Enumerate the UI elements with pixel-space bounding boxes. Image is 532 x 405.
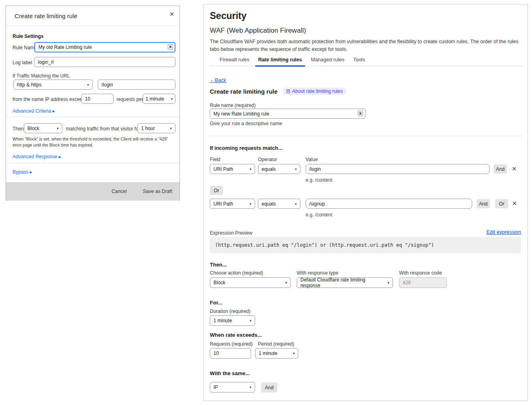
response-type-select[interactable]: Default Cloudflare rate limiting respons… (297, 277, 393, 288)
same-section-heading: With the same... (210, 370, 250, 376)
dialog-footer: Cancel Save as Draft (6, 182, 179, 201)
arrow-left-icon: ← (210, 78, 215, 83)
document-icon (287, 89, 290, 93)
value-input[interactable] (306, 164, 490, 174)
then-section-heading: Then... (210, 262, 227, 268)
rule-name-label: Rule name (required) (210, 103, 255, 108)
requests-label: Requests (required) (210, 341, 253, 347)
tab-rate-limiting-rules[interactable]: Rate limiting rules (258, 56, 302, 66)
value-input[interactable] (306, 199, 472, 209)
security-waf-panel: Security WAF (Web Application Firewall) … (203, 4, 528, 401)
back-link[interactable]: ←Back (210, 78, 226, 83)
and-button[interactable]: And (494, 164, 507, 174)
chevron-down-icon: ▾ (295, 167, 297, 171)
caret-right-icon: ▶ (53, 109, 55, 113)
header-divider (6, 25, 179, 26)
autofill-icon (358, 111, 363, 116)
chevron-down-icon: ▾ (87, 83, 89, 87)
operator-column-label: Operator (258, 157, 277, 162)
page-description: The Cloudflare WAF provides both automat… (210, 38, 522, 53)
response-code-label: With response code (399, 270, 442, 276)
requests-input[interactable] (210, 348, 251, 359)
remove-condition-icon[interactable]: ✕ (512, 201, 517, 206)
value-helper: e.g. /content (306, 177, 332, 183)
form-divider (210, 136, 522, 136)
rule-settings-heading: Rule Settings (13, 34, 44, 39)
and-button[interactable]: And (477, 199, 490, 208)
edit-expression-link[interactable]: Edit expression (487, 229, 521, 235)
autofill-icon (168, 44, 173, 50)
field-select[interactable]: URI Path ▾ (210, 199, 255, 209)
scheme-select[interactable]: http & https ▾ (13, 80, 93, 90)
then-label: Then (13, 126, 23, 132)
caret-right-icon: ▶ (30, 170, 32, 174)
value-column-label: Value (306, 157, 318, 162)
rule-name-helper: Give your rule a descriptive name (210, 121, 282, 126)
operator-select[interactable]: equals ▾ (258, 164, 300, 174)
about-rate-limiting-rules-badge[interactable]: About rate limiting rules (283, 88, 347, 95)
create-rate-limiting-rule-dialog: Create rate limiting rule ✕ Rule Setting… (6, 6, 180, 201)
value-helper: e.g. /content (306, 212, 332, 218)
characteristic-select[interactable]: IP ▾ (210, 382, 255, 392)
dialog-title: Create rate limiting rule (15, 13, 77, 19)
period-select[interactable]: 1 minute ▾ (255, 348, 298, 359)
chevron-down-icon: ▾ (293, 351, 295, 355)
or-button[interactable]: Or (495, 199, 508, 208)
choose-action-label: Choose action (required) (210, 270, 263, 276)
rule-name-input[interactable] (210, 109, 365, 119)
field-select[interactable]: URI Path ▾ (210, 164, 255, 174)
block-note-text: When “Block” is set, when the threshold … (13, 136, 171, 148)
duration-label: Duration (required) (210, 308, 251, 314)
duration-select[interactable]: 1 minute ▾ (210, 315, 255, 326)
match-section-heading: If incoming requests match... (210, 145, 283, 151)
log-label-label: Log label (13, 60, 32, 65)
page-subtitle: WAF (Web Application Firewall) (210, 27, 306, 35)
action-select[interactable]: Block ▾ (24, 123, 62, 133)
response-type-label: With response type (297, 270, 338, 276)
for-section-heading: For... (210, 300, 222, 306)
action-select[interactable]: Block ▾ (210, 277, 291, 288)
threshold-prefix-text: from the same IP address exceeds (13, 97, 87, 102)
form-heading: Create rate limiting rule (210, 88, 278, 95)
then-middle-text: matching traffic from that visitor for (66, 126, 140, 132)
field-column-label: Field (210, 157, 220, 162)
rule-name-input[interactable] (34, 42, 175, 52)
chevron-down-icon: ▾ (295, 202, 297, 206)
rate-section-heading: When rate exceeds... (210, 332, 262, 338)
expression-preview-box: (http.request.uri.path eq "/login") or (… (210, 237, 521, 253)
threshold-requests-input[interactable] (81, 94, 114, 104)
tab-managed-rules[interactable]: Managed rules (311, 56, 344, 66)
or-connector-button[interactable]: Or (210, 186, 223, 195)
expression-preview-label: Expression Preview (210, 230, 252, 236)
save-as-draft-button[interactable]: Save as Draft (143, 189, 172, 194)
remove-condition-icon[interactable]: ✕ (512, 166, 517, 172)
section-divider (6, 117, 179, 117)
chevron-down-icon: ▾ (249, 202, 251, 206)
chevron-down-icon: ▾ (249, 319, 251, 323)
threshold-period-select[interactable]: 1 minute ▾ (143, 94, 175, 104)
url-pattern-input[interactable] (98, 80, 175, 90)
traffic-matching-label: If Traffic Matching the URL (13, 73, 70, 79)
operator-select[interactable]: equals ▾ (258, 199, 300, 209)
page-title: Security (210, 10, 247, 21)
chevron-down-icon: ▾ (249, 385, 251, 389)
response-code-input (399, 277, 447, 288)
advanced-response-link[interactable]: Advanced Response ▶ (13, 154, 61, 159)
cancel-button[interactable]: Cancel (112, 189, 127, 194)
requests-per-text: requests per (116, 97, 144, 102)
bypass-link[interactable]: Bypass ▶ (13, 169, 32, 175)
rule-name-label: Rule Name (13, 45, 37, 50)
chevron-down-icon: ▾ (387, 281, 389, 285)
tab-tools[interactable]: Tools (353, 56, 365, 66)
close-icon[interactable]: ✕ (169, 11, 174, 17)
ban-duration-select[interactable]: 1 hour ▾ (137, 123, 175, 133)
chevron-down-icon: ▾ (57, 126, 59, 130)
screen: Create rate limiting rule ✕ Rule Setting… (0, 0, 532, 405)
expression-code: (http.request.uri.path eq "/login") or (… (215, 242, 434, 248)
advanced-criteria-link[interactable]: Advanced Criteria ▶ (13, 108, 55, 114)
and-characteristic-button[interactable]: And (261, 382, 277, 392)
log-label-input[interactable] (34, 57, 175, 67)
chevron-down-icon: ▾ (170, 126, 172, 130)
rules-tab-bar: Firewall rules Rate limiting rules Manag… (210, 56, 522, 66)
tab-firewall-rules[interactable]: Firewall rules (220, 56, 249, 66)
